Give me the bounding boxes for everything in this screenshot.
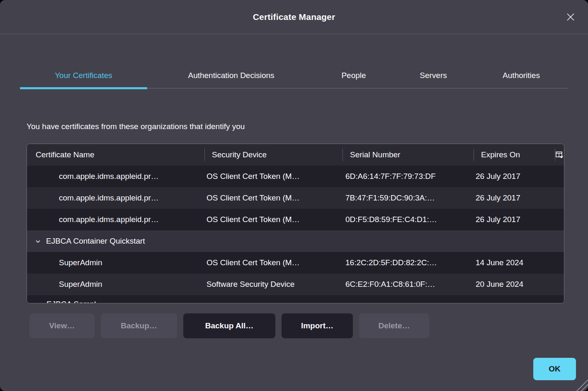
cert-expires: 20 June 2024 [474, 280, 555, 289]
close-button[interactable] [563, 10, 578, 24]
ok-button[interactable]: OK [533, 358, 576, 380]
action-button-row: View… Backup… Backup All… Import… Delete… [29, 313, 429, 338]
close-icon [566, 12, 576, 22]
intro-text: You have certificates from these organiz… [27, 122, 245, 131]
tab-bar: Your Certificates Authentication Decisio… [20, 63, 568, 88]
cert-device: OS Client Cert Token (M… [204, 172, 343, 181]
dialog-title: Certificate Manager [253, 12, 335, 22]
cert-device: Software Security Device [204, 280, 343, 289]
table-header-row: Certificate Name Security Device Serial … [27, 144, 564, 166]
title-bar: Certificate Manager [0, 0, 588, 34]
column-header-security-device[interactable]: Security Device [204, 144, 343, 166]
cert-device: OS Client Cert Token (M… [204, 193, 343, 203]
column-header-expires-on[interactable]: Expires On [474, 144, 555, 166]
cert-serial: 16:2C:2D:5F:DD:82:2C:… [343, 258, 474, 267]
cert-serial: 6C:E2:F0:A1:C8:61:0F:… [343, 280, 474, 289]
cert-device: OS Client Cert Token (M… [204, 258, 343, 267]
table-row[interactable]: com.apple.idms.appleid.pr… OS Client Cer… [27, 166, 564, 187]
column-header-serial-number[interactable]: Serial Number [343, 144, 474, 166]
tab-authorities[interactable]: Authorities [474, 63, 568, 88]
cert-serial: 6D:A6:14:7F:7F:79:73:DF [343, 172, 474, 181]
view-button[interactable]: View… [29, 313, 95, 338]
cert-serial: 7B:47:F1:59:DC:90:3A:… [343, 193, 474, 203]
cert-name: SuperAdmin [27, 258, 204, 267]
resize-grip[interactable] [576, 379, 588, 391]
table-row[interactable]: SuperAdmin Software Security Device 6C:E… [27, 274, 564, 295]
cert-name: com.apple.idms.appleid.pr… [27, 215, 204, 224]
group-row-clipped[interactable]: EJBCA Sampl [27, 295, 564, 303]
backup-button[interactable]: Backup… [101, 313, 177, 338]
table-row[interactable]: com.apple.idms.appleid.pr… OS Client Cer… [27, 209, 564, 230]
delete-button[interactable]: Delete… [359, 313, 429, 338]
cert-expires: 14 June 2024 [474, 258, 555, 267]
certificate-manager-dialog: Certificate Manager Your Certificates Au… [0, 0, 588, 391]
cert-device: OS Client Cert Token (M… [204, 215, 343, 224]
column-picker-icon [556, 152, 564, 159]
tab-your-certificates[interactable]: Your Certificates [20, 63, 147, 88]
import-button[interactable]: Import… [282, 313, 353, 338]
cert-name: com.apple.idms.appleid.pr… [27, 172, 204, 181]
certificates-table: Certificate Name Security Device Serial … [27, 144, 564, 303]
chevron-down-icon[interactable] [35, 238, 41, 244]
group-row-ejbca-container-quickstart[interactable]: EJBCA Container Quickstart [27, 230, 564, 252]
table-row[interactable]: com.apple.idms.appleid.pr… OS Client Cer… [27, 187, 564, 209]
tab-people[interactable]: People [315, 63, 392, 88]
cert-expires: 26 July 2017 [474, 193, 555, 203]
cert-expires: 26 July 2017 [474, 172, 555, 181]
column-header-certificate-name[interactable]: Certificate Name [27, 144, 204, 166]
cert-name: com.apple.idms.appleid.pr… [27, 193, 204, 203]
group-label: EJBCA Container Quickstart [46, 237, 145, 246]
tab-authentication-decisions[interactable]: Authentication Decisions [147, 63, 315, 88]
cert-expires: 26 July 2017 [474, 215, 555, 224]
table-row[interactable]: SuperAdmin OS Client Cert Token (M… 16:2… [27, 252, 564, 274]
cert-name: SuperAdmin [27, 280, 204, 289]
group-label-clipped: EJBCA Sampl [27, 300, 564, 303]
backup-all-button[interactable]: Backup All… [183, 313, 275, 338]
tab-servers[interactable]: Servers [392, 63, 474, 88]
column-picker-button[interactable] [555, 144, 564, 166]
cert-serial: 0D:F5:D8:59:FE:C4:D1:… [343, 215, 474, 224]
